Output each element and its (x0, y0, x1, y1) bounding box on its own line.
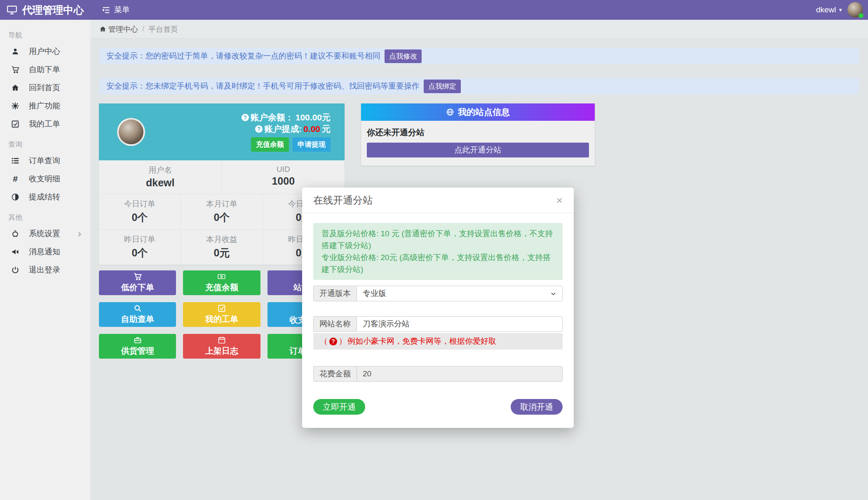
stat-month-orders: 本月订单 0个 (181, 194, 263, 229)
top-navbar: 代理管理中心 菜单 dkewl ▾ (0, 0, 868, 20)
question-circle-icon[interactable]: ? (255, 125, 263, 133)
bullhorn-icon (10, 248, 21, 256)
sidebar-item-transactions[interactable]: # 收支明细 (0, 170, 90, 188)
password-alert-text: 安全提示：您的密码过于简单，请修改较复杂一点的密码！建议不要和账号相同 (106, 51, 380, 61)
money-icon (217, 272, 226, 281)
sidebar: 导航 用户中心 自助下单 回到首页 推广功能 我的工单 查询 订单查询 (0, 20, 90, 500)
breadcrumb: 管理中心 / 平台首页 (90, 20, 868, 39)
search-icon (134, 304, 142, 312)
price-notice-line2: 专业版分站价格: 20元 (高级密价下单，支持设置出售价格，支持搭建下级分站) (321, 251, 554, 275)
close-icon[interactable]: × (556, 195, 563, 206)
sidebar-section-other: 其他 (0, 206, 90, 225)
monitor-icon (7, 5, 17, 15)
settings-icon (10, 230, 21, 238)
site-status-text: 你还未开通分站 (367, 127, 589, 138)
brand-title: 代理管理中心 (22, 3, 84, 17)
phone-bind-alert: 安全提示：您未绑定手机号码，请及时绑定！手机号可用于修改密码、找回密码等重要操作… (99, 78, 859, 94)
modal-title: 在线开通分站 (313, 194, 373, 207)
sidebar-item-my-tickets[interactable]: 我的工单 (0, 115, 90, 133)
home-icon (10, 84, 21, 92)
check-square-icon (10, 120, 21, 128)
change-password-button[interactable]: 点我修改 (385, 49, 422, 63)
stat-today-orders: 今日订单 0个 (99, 194, 181, 229)
home-icon (99, 26, 106, 33)
sidebar-item-self-order[interactable]: 自助下单 (0, 61, 90, 79)
sidebar-item-system-settings[interactable]: 系统设置 › (0, 225, 90, 243)
sidebar-item-logout[interactable]: 退出登录 (0, 261, 90, 279)
open-substation-button[interactable]: 点此开通分站 (367, 143, 589, 157)
site-info-header: 我的站点信息 (361, 103, 595, 121)
stat-yesterday-orders: 昨日订单 0个 (99, 230, 181, 265)
briefcase-icon (134, 336, 142, 344)
menu-label: 菜单 (114, 5, 130, 15)
sidebar-item-home[interactable]: 回到首页 (0, 79, 90, 97)
hash-icon: # (10, 174, 21, 184)
breadcrumb-root[interactable]: 管理中心 (108, 24, 138, 34)
commission-label: 账户提成: (264, 124, 302, 134)
shelf-log-button[interactable]: 上架日志 (183, 334, 260, 359)
confirm-open-button[interactable]: 立即开通 (313, 399, 365, 415)
menu-toggle[interactable]: 菜单 (102, 5, 130, 15)
calendar-icon (218, 336, 226, 344)
balance-label: 账户余额： (251, 113, 294, 122)
site-info-panel: 我的站点信息 你还未开通分站 点此开通分站 (361, 103, 595, 166)
sidebar-item-promotion[interactable]: 推广功能 (0, 97, 90, 115)
outdent-icon (102, 6, 110, 14)
site-name-hint-text: 例如小豪卡网，免费卡网等，根据你爱好取 (347, 336, 496, 347)
recharge-button[interactable]: 充值余额 (251, 137, 289, 152)
username: dkewl (816, 5, 836, 14)
avatar (117, 118, 145, 146)
chevron-right-icon: › (78, 229, 81, 239)
breadcrumb-current: 平台首页 (148, 24, 178, 34)
question-circle-icon[interactable]: ? (242, 114, 249, 121)
bind-phone-button[interactable]: 点我绑定 (424, 80, 461, 93)
cost-group: 花费金额 20 (313, 366, 563, 382)
sidebar-item-order-query[interactable]: 订单查询 (0, 152, 90, 170)
account-card: ? 账户余额： 100.00元 ? 账户提成: 0.00 元 充值余额 (99, 103, 345, 160)
my-tickets-button[interactable]: 我的工单 (183, 302, 260, 327)
supply-management-button[interactable]: 供货管理 (99, 334, 176, 359)
commission-line: ? 账户提成: 0.00 元 (242, 124, 331, 134)
balance-value: 100.00元 (296, 113, 331, 122)
withdraw-button[interactable]: 申请提现 (293, 137, 331, 152)
chevron-down-icon: ▾ (839, 6, 842, 14)
user-dropdown[interactable]: dkewl ▾ (816, 5, 842, 14)
sidebar-item-notifications[interactable]: 消息通知 (0, 243, 90, 261)
password-alert: 安全提示：您的密码过于简单，请修改较复杂一点的密码！建议不要和账号相同 点我修改 (99, 48, 859, 64)
cost-label: 花费金额 (313, 366, 357, 382)
open-substation-modal: 在线开通分站 × 普及版分站价格: 10 元 (普通密价下单，支持设置出售价格，… (302, 188, 574, 428)
question-circle-icon: ? (329, 338, 337, 345)
site-info-title: 我的站点信息 (458, 106, 510, 118)
check-square-icon (218, 304, 226, 312)
phone-bind-alert-text: 安全提示：您未绑定手机号码，请及时绑定！手机号可用于修改密码、找回密码等重要操作 (106, 81, 420, 92)
version-select[interactable]: 专业版 (357, 286, 563, 301)
site-name-label: 网站名称 (313, 316, 357, 332)
stat-username: 用户名 dkewl (99, 160, 222, 194)
sidebar-section-query: 查询 (0, 133, 90, 152)
price-notice-line1: 普及版分站价格: 10 元 (普通密价下单，支持设置出售价格，不支持搭建下级分站… (321, 228, 554, 251)
power-icon (10, 266, 21, 274)
recharge-balance-button[interactable]: 充值余额 (183, 270, 260, 295)
cost-field: 20 (357, 366, 563, 382)
sidebar-item-commission-transfer[interactable]: 提成结转 (0, 188, 90, 206)
version-label: 开通版本 (313, 286, 357, 301)
app-brand[interactable]: 代理管理中心 (0, 0, 90, 20)
user-icon (10, 47, 21, 56)
balance-line: ? 账户余额： 100.00元 (242, 113, 331, 122)
site-info-column: 我的站点信息 你还未开通分站 点此开通分站 (361, 103, 595, 166)
site-name-input[interactable] (357, 316, 563, 332)
cart-icon (134, 272, 142, 281)
adjust-icon (10, 193, 21, 201)
version-selected-value: 专业版 (363, 288, 386, 299)
site-name-hint: （?） 例如小豪卡网，免费卡网等，根据你爱好取 (313, 333, 563, 350)
list-icon (10, 157, 21, 165)
self-check-order-button[interactable]: 自助查单 (99, 302, 176, 327)
breadcrumb-separator: / (142, 25, 144, 33)
cancel-open-button[interactable]: 取消开通 (511, 399, 563, 415)
sidebar-item-user-center[interactable]: 用户中心 (0, 42, 90, 61)
commission-value: 0.00 (303, 124, 320, 134)
online-status-dot (859, 13, 863, 18)
stat-month-income: 本月收益 0元 (181, 230, 263, 265)
avatar[interactable] (847, 2, 863, 18)
cheap-order-button[interactable]: 低价下单 (99, 270, 176, 295)
